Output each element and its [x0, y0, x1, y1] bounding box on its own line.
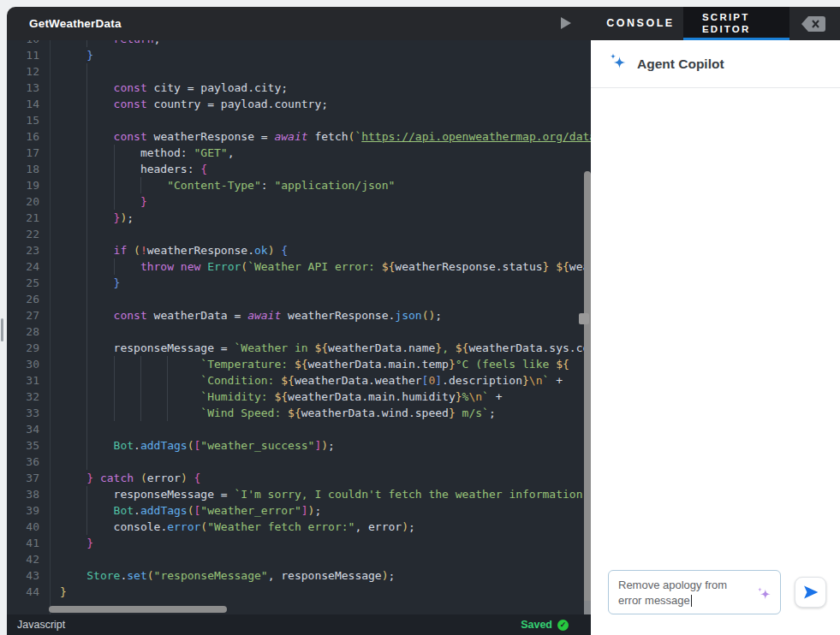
top-bar: GetWeatherData CONSOLE SCRIPT EDITOR [7, 7, 840, 40]
code-line[interactable]: 40console.error("Weather fetch error:", … [7, 519, 591, 535]
code-line[interactable]: 35Bot.addTags(["weather_success"]); [7, 437, 591, 454]
code-line[interactable]: 10return; [7, 40, 591, 47]
line-number: 43 [7, 567, 50, 584]
code-line[interactable]: 26 [7, 291, 591, 307]
code-line[interactable]: 28 [7, 323, 591, 340]
code-line[interactable]: 31 `Condition: ${weatherData.weather[0].… [7, 372, 591, 389]
line-number: 10 [7, 40, 50, 47]
vertical-scrollbar-handle[interactable] [579, 313, 589, 324]
line-number: 14 [7, 96, 50, 112]
send-button[interactable] [795, 577, 826, 608]
code-line[interactable]: 44} [7, 584, 591, 600]
saved-label: Saved [521, 619, 552, 631]
line-number: 12 [7, 63, 50, 80]
code-lines: 10return;11}1213const city = payload.cit… [7, 40, 591, 600]
line-number: 35 [7, 437, 50, 454]
code-line[interactable]: 24throw new Error(`Weather API error: ${… [7, 258, 591, 275]
line-number: 33 [7, 405, 50, 421]
code-line[interactable]: 17method: "GET", [7, 145, 591, 161]
code-line[interactable]: 23if (!weatherResponse.ok) { [7, 242, 591, 258]
line-number: 34 [7, 421, 50, 437]
script-title: GetWeatherData [29, 7, 122, 40]
input-sparkle-icon [754, 585, 773, 608]
code-line[interactable]: 11} [7, 47, 591, 63]
tab-script-editor-line1: SCRIPT [702, 11, 789, 23]
code-line[interactable]: 42 [7, 551, 591, 567]
code-line[interactable]: 14const country = payload.country; [7, 96, 591, 112]
code-line[interactable]: 29responseMessage = `Weather in ${weathe… [7, 340, 591, 356]
line-number: 30 [7, 356, 50, 372]
tab-script-editor-line2: EDITOR [702, 23, 789, 35]
horizontal-scrollbar[interactable] [49, 606, 227, 613]
text-caret [691, 595, 693, 607]
line-number: 37 [7, 470, 50, 486]
check-icon: ✓ [557, 620, 569, 631]
line-number: 21 [7, 210, 50, 226]
tab-script-editor[interactable]: SCRIPT EDITOR [683, 7, 789, 40]
line-number: 40 [7, 519, 50, 535]
line-number: 15 [7, 112, 50, 128]
code-line[interactable]: 27const weatherData = await weatherRespo… [7, 307, 591, 323]
code-line[interactable]: 21}); [7, 210, 591, 226]
screen: GetWeatherData CONSOLE SCRIPT EDITOR 10r… [0, 0, 840, 635]
code-line[interactable]: 34 [7, 421, 591, 437]
line-number: 17 [7, 145, 50, 161]
line-number: 22 [7, 226, 50, 242]
language-label: Javascript [17, 619, 65, 631]
code-line[interactable]: 39Bot.addTags(["weather_error"]); [7, 502, 591, 519]
code-line[interactable]: 13const city = payload.city; [7, 80, 591, 96]
panel-resize-handle[interactable] [1, 318, 3, 341]
vertical-scrollbar[interactable] [584, 171, 591, 609]
line-number: 44 [7, 584, 50, 600]
line-number: 38 [7, 486, 50, 502]
line-number: 29 [7, 340, 50, 356]
line-number: 11 [7, 47, 50, 63]
code-line[interactable]: 41} [7, 535, 591, 551]
line-number: 36 [7, 454, 50, 470]
line-number: 18 [7, 161, 50, 177]
line-number: 16 [7, 128, 50, 145]
code-line[interactable]: 37} catch (error) { [7, 470, 591, 486]
line-number: 25 [7, 275, 50, 291]
copilot-title: Agent Copilot [637, 56, 724, 72]
close-editor-button backspace-icon[interactable] [800, 15, 827, 33]
code-line[interactable]: 15 [7, 112, 591, 128]
line-number: 42 [7, 551, 50, 567]
copilot-header: Agent Copilot [591, 40, 840, 88]
code-editor[interactable]: 10return;11}1213const city = payload.cit… [7, 40, 591, 614]
run-script-button play-icon[interactable] [561, 17, 571, 29]
line-number: 26 [7, 291, 50, 307]
code-line[interactable]: 22 [7, 226, 591, 242]
line-number: 39 [7, 502, 50, 519]
code-line[interactable]: 16const weatherResponse = await fetch(`h… [7, 128, 591, 145]
code-line[interactable]: 12 [7, 63, 591, 80]
line-number: 31 [7, 372, 50, 389]
code-line[interactable]: 18headers: { [7, 161, 591, 177]
code-line[interactable]: 38responseMessage = `I'm sorry, I couldn… [7, 486, 591, 502]
code-line[interactable]: 43Store.set("responseMessage", responseM… [7, 567, 591, 584]
line-number: 24 [7, 258, 50, 275]
line-number: 28 [7, 323, 50, 340]
code-line[interactable]: 20} [7, 193, 591, 210]
code-line[interactable]: 25} [7, 275, 591, 291]
scrollbar-corner [584, 601, 591, 614]
send-icon [802, 584, 819, 601]
code-line[interactable]: 30 `Temperature: ${weatherData.main.temp… [7, 356, 591, 372]
tab-console[interactable]: CONSOLE [599, 7, 682, 40]
status-bar: Javascript Saved ✓ [7, 614, 591, 635]
copilot-prompt-input[interactable]: Remove apology from error message [608, 570, 781, 614]
agent-copilot-panel: Agent Copilot Remove apology from error … [591, 40, 840, 635]
line-number: 13 [7, 80, 50, 96]
line-number: 27 [7, 307, 50, 323]
code-line[interactable]: 33 `Wind Speed: ${weatherData.wind.speed… [7, 405, 591, 421]
line-number: 41 [7, 535, 50, 551]
saved-badge: Saved ✓ [521, 619, 569, 631]
code-line[interactable]: 32 `Humidity: ${weatherData.main.humidit… [7, 389, 591, 405]
code-line[interactable]: 19"Content-Type": "application/json" [7, 177, 591, 193]
line-number: 23 [7, 242, 50, 258]
line-number: 32 [7, 389, 50, 405]
copilot-sparkle-icon [608, 52, 629, 76]
line-number: 19 [7, 177, 50, 193]
code-line[interactable]: 36 [7, 454, 591, 470]
line-number: 20 [7, 193, 50, 210]
